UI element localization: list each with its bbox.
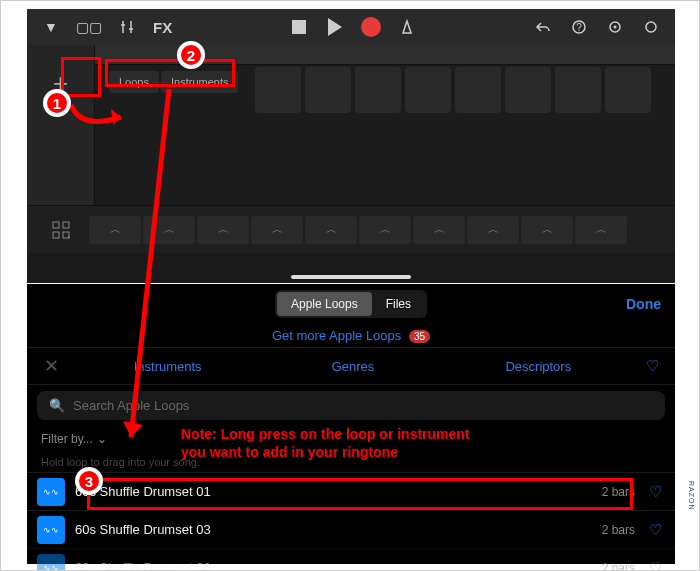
waveform-icon: ∿∿ (37, 478, 65, 506)
track-sidebar: + (27, 45, 95, 205)
column-trigger[interactable]: ︿ (521, 216, 573, 244)
filter-by-button[interactable]: Filter by... ⌄ (27, 426, 675, 452)
waveform-icon: ∿∿ (37, 554, 65, 572)
drag-hint-text: Hold loop to drag into your song. (27, 452, 675, 472)
favorite-heart-icon[interactable]: ♡ (645, 483, 665, 501)
svg-rect-7 (63, 232, 69, 238)
empty-clip-slot[interactable] (555, 67, 601, 113)
empty-clip-slot[interactable] (405, 67, 451, 113)
svg-rect-5 (63, 222, 69, 228)
column-trigger[interactable]: ︿ (251, 216, 303, 244)
empty-clip-slot[interactable] (505, 67, 551, 113)
loop-name: 60s Shuffle Drumset 03 (75, 522, 602, 537)
favorite-heart-icon[interactable]: ♡ (645, 521, 665, 539)
view-menu-button[interactable]: ▼ (35, 12, 67, 42)
loop-row[interactable]: ∿∿ 60s Shuffle Drumset 01 2 bars ♡ (27, 472, 675, 510)
empty-clip-slot[interactable] (455, 67, 501, 113)
column-trigger[interactable]: ︿ (359, 216, 411, 244)
category-instruments[interactable]: Instruments (75, 359, 260, 374)
column-trigger[interactable]: ︿ (89, 216, 141, 244)
svg-rect-6 (53, 232, 59, 238)
loop-name: 60s Shuffle Drumset 01 (75, 484, 602, 499)
home-indicator (291, 275, 411, 279)
svg-rect-4 (53, 222, 59, 228)
empty-clip-slot[interactable] (305, 67, 351, 113)
column-trigger[interactable]: ︿ (413, 216, 465, 244)
watermark: RAZON (688, 481, 695, 511)
column-trigger[interactable]: ︿ (143, 216, 195, 244)
svg-point-3 (614, 26, 617, 29)
svg-text:?: ? (576, 22, 582, 33)
close-filter-icon[interactable]: ✕ (27, 355, 75, 377)
done-button[interactable]: Done (626, 296, 661, 312)
info-button[interactable]: ? (563, 12, 595, 42)
column-trigger[interactable]: ︿ (197, 216, 249, 244)
track-timeline[interactable]: Loops Instruments (95, 45, 675, 205)
mixer-button[interactable] (111, 12, 143, 42)
column-trigger[interactable]: ︿ (467, 216, 519, 244)
loop-row[interactable]: ∿∿ 60s Shuffle Drumset 06 2 bars ♡ (27, 548, 675, 571)
loop-row[interactable]: ∿∿ 60s Shuffle Drumset 03 2 bars ♡ (27, 510, 675, 548)
settings-button[interactable] (599, 12, 631, 42)
get-more-loops-link[interactable]: Get more Apple Loops 35 (27, 324, 675, 347)
live-loops-strip: ︿ ︿ ︿ ︿ ︿ ︿ ︿ ︿ ︿ ︿ (27, 205, 675, 253)
favorites-filter-icon[interactable]: ♡ (631, 357, 675, 375)
column-trigger[interactable]: ︿ (305, 216, 357, 244)
loop-name: 60s Shuffle Drumset 06 (75, 560, 602, 571)
category-genres[interactable]: Genres (260, 359, 445, 374)
badge-count: 35 (409, 330, 430, 343)
chevron-down-icon: ⌄ (97, 432, 107, 446)
fx-button[interactable]: FX (147, 19, 178, 36)
record-button[interactable] (355, 12, 387, 42)
tab-loops[interactable]: Loops (109, 71, 159, 93)
loop-duration: 2 bars (602, 485, 635, 499)
garageband-tracks-panel: ▼ ▢▢ FX ? + Loops Instruments (27, 9, 675, 283)
seg-apple-loops[interactable]: Apple Loops (277, 292, 372, 316)
undo-button[interactable] (527, 12, 559, 42)
metronome-button[interactable] (391, 12, 423, 42)
empty-clip-slot[interactable] (255, 67, 301, 113)
empty-clip-slot[interactable] (355, 67, 401, 113)
loop-duration: 2 bars (602, 561, 635, 572)
add-track-button[interactable]: + (47, 69, 75, 97)
search-icon: 🔍 (49, 398, 65, 413)
track-layout-button[interactable]: ▢▢ (71, 12, 107, 42)
waveform-icon: ∿∿ (37, 516, 65, 544)
loop-browser-panel: Apple Loops Files Done Get more Apple Lo… (27, 284, 675, 564)
empty-clip-slot[interactable] (605, 67, 651, 113)
favorite-heart-icon[interactable]: ♡ (645, 559, 665, 572)
loop-browser-button[interactable] (635, 12, 667, 42)
loop-duration: 2 bars (602, 523, 635, 537)
timeline-ruler[interactable] (95, 45, 675, 65)
tab-instruments[interactable]: Instruments (161, 71, 238, 93)
search-input[interactable]: 🔍 Search Apple Loops (37, 391, 665, 420)
play-button[interactable] (319, 12, 351, 42)
column-trigger[interactable]: ︿ (575, 216, 627, 244)
category-descriptors[interactable]: Descriptors (446, 359, 631, 374)
source-segmented-control[interactable]: Apple Loops Files (275, 290, 427, 318)
stop-button[interactable] (283, 12, 315, 42)
seg-files[interactable]: Files (372, 292, 425, 316)
grid-icon[interactable] (35, 214, 87, 246)
top-toolbar: ▼ ▢▢ FX ? (27, 9, 675, 45)
